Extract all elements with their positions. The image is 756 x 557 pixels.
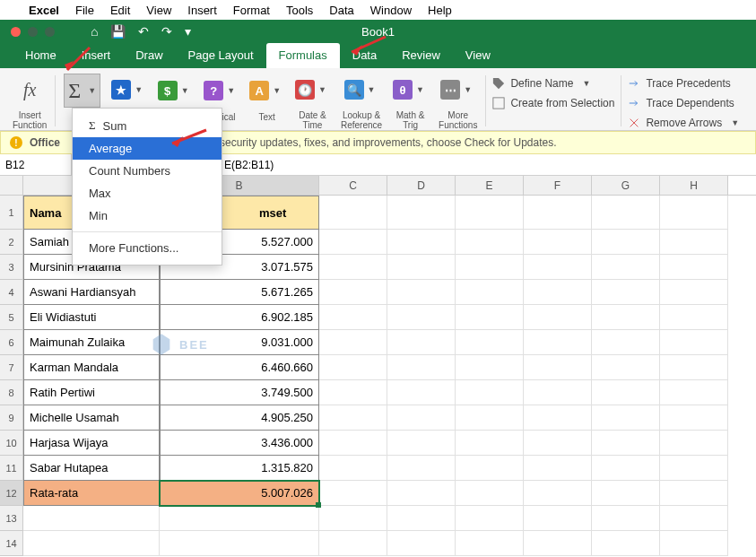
close-window-button[interactable] (11, 27, 21, 37)
notif-label: Office (30, 136, 60, 149)
cell-b4[interactable]: 5.671.265 (160, 280, 319, 305)
cell-a5[interactable]: Eli Widiastuti (23, 305, 160, 330)
col-header-f[interactable]: F (524, 176, 592, 195)
row-header-5[interactable]: 5 (0, 305, 23, 330)
cell-a8[interactable]: Ratih Pertiwi (23, 380, 160, 405)
tab-draw[interactable]: Draw (123, 43, 175, 68)
defined-names-group: Define Name ▼ Create from Selection (489, 72, 618, 130)
cell-b12[interactable]: 5.007.026 (160, 481, 319, 506)
menu-view[interactable]: View (146, 4, 171, 17)
trace-precedents-button[interactable]: Trace Precedents (624, 75, 746, 91)
lookup-button[interactable]: 🔍▼ Lookup & Reference (335, 72, 387, 130)
col-header-d[interactable]: D (387, 176, 456, 195)
cell-b6[interactable]: 9.031.000 (160, 330, 319, 355)
menu-tools[interactable]: Tools (286, 4, 313, 17)
formula-auditing-group: Trace Precedents Trace Dependents Remove… (624, 72, 746, 130)
cell-a11[interactable]: Sabar Hutapea (23, 456, 160, 481)
redo-icon[interactable]: ↷ (161, 24, 172, 39)
col-header-g[interactable]: G (592, 176, 660, 195)
menu-insert[interactable]: Insert (187, 4, 217, 17)
text-button[interactable]: A▼ Text (244, 72, 290, 130)
dropdown-average[interactable]: Average (73, 137, 222, 160)
dropdown-min[interactable]: Min (73, 205, 222, 227)
math-label: Math & Trig (396, 110, 425, 130)
cell-a6[interactable]: Maimunah Zulaika (23, 330, 160, 355)
minimize-window-button[interactable] (28, 27, 38, 37)
app-name[interactable]: Excel (29, 4, 59, 17)
mac-menubar: Excel File Edit View Insert Format Tools… (0, 0, 756, 20)
dropdown-max[interactable]: Max (73, 182, 222, 205)
cell-a10[interactable]: Harjasa Wijaya (23, 431, 160, 456)
menu-help[interactable]: Help (428, 4, 452, 17)
dropdown-count[interactable]: Count Numbers (73, 160, 222, 182)
tab-page-layout[interactable]: Page Layout (176, 43, 266, 68)
trace-dependents-button[interactable]: Trace Dependents (624, 95, 746, 111)
undo-icon[interactable]: ↶ (138, 24, 149, 39)
select-all-corner[interactable] (0, 176, 23, 195)
date-time-label: Date & Time (299, 110, 326, 130)
lookup-label: Lookup & Reference (341, 110, 382, 130)
save-icon[interactable]: 💾 (110, 24, 126, 39)
row-header-11[interactable]: 11 (0, 456, 23, 481)
col-header-c[interactable]: C (319, 176, 387, 195)
row-header-14[interactable]: 14 (0, 531, 23, 556)
row-header-13[interactable]: 13 (0, 506, 23, 531)
ribbon-tabs: Home Insert Draw Page Layout Formulas Da… (0, 43, 756, 68)
cell-b9[interactable]: 4.905.250 (160, 405, 319, 431)
row-header-3[interactable]: 3 (0, 255, 23, 280)
fill-handle[interactable] (316, 502, 321, 508)
col-header-h[interactable]: H (660, 176, 728, 195)
cell-b11[interactable]: 1.315.820 (160, 456, 319, 481)
row-header-12[interactable]: 12 (0, 481, 23, 506)
text-label: Text (258, 112, 274, 122)
cell-b7[interactable]: 6.460.660 (160, 355, 319, 380)
tab-review[interactable]: Review (389, 43, 453, 68)
home-icon[interactable]: ⌂ (91, 24, 98, 39)
sigma-icon: Σ (89, 118, 96, 133)
menu-data[interactable]: Data (329, 4, 353, 17)
tab-home[interactable]: Home (13, 43, 69, 68)
titlebar: ⌂ 💾 ↶ ↷ ▾ Book1 (0, 20, 756, 43)
menu-format[interactable]: Format (233, 4, 270, 17)
col-header-e[interactable]: E (456, 176, 524, 195)
autosum-dropdown: Σ Sum Average Count Numbers Max Min More… (72, 108, 222, 265)
math-button[interactable]: θ▼ Math & Trig (387, 72, 433, 130)
tab-formulas[interactable]: Formulas (266, 43, 340, 68)
zoom-window-button[interactable] (45, 27, 55, 37)
cell-a9[interactable]: Michelle Usamah (23, 405, 160, 431)
cell-b5[interactable]: 6.902.185 (160, 305, 319, 330)
row-header-9[interactable]: 9 (0, 405, 23, 431)
row-header-2[interactable]: 2 (0, 230, 23, 255)
define-name-button[interactable]: Define Name ▼ (489, 75, 618, 91)
dropdown-more-functions[interactable]: More Functions... (73, 237, 222, 259)
date-time-button[interactable]: 🕐▼ Date & Time (290, 72, 335, 130)
notif-text: security updates, fixes, and improvement… (220, 136, 557, 149)
row-header-7[interactable]: 7 (0, 355, 23, 380)
row-header-4[interactable]: 4 (0, 280, 23, 305)
name-box[interactable]: B12 (0, 154, 72, 175)
dropdown-sum[interactable]: Σ Sum (73, 114, 222, 137)
tab-insert[interactable]: Insert (69, 43, 124, 68)
insert-function-button[interactable]: fx Insert Function (7, 72, 52, 130)
qat-overflow-icon[interactable]: ▾ (185, 24, 191, 39)
trace-precedents-icon (628, 77, 640, 90)
row-header-1[interactable]: 1 (0, 196, 23, 230)
workbook-title: Book1 (361, 25, 395, 39)
cell-a12[interactable]: Rata-rata (23, 481, 160, 506)
cell-a4[interactable]: Aswani Hardiansyah (23, 280, 160, 305)
create-from-selection-button[interactable]: Create from Selection (489, 95, 618, 111)
menu-edit[interactable]: Edit (110, 4, 130, 17)
cell-b8[interactable]: 3.749.500 (160, 380, 319, 405)
menu-window[interactable]: Window (370, 4, 412, 17)
tab-view[interactable]: View (453, 43, 503, 68)
row-header-6[interactable]: 6 (0, 330, 23, 355)
tab-data[interactable]: Data (340, 43, 389, 68)
menu-file[interactable]: File (75, 4, 94, 17)
quick-access-toolbar: ⌂ 💾 ↶ ↷ ▾ (55, 24, 191, 39)
cell-b10[interactable]: 3.436.000 (160, 431, 319, 456)
cell-a7[interactable]: Karman Mandala (23, 355, 160, 380)
remove-arrows-button[interactable]: Remove Arrows ▼ (624, 115, 746, 131)
row-header-8[interactable]: 8 (0, 380, 23, 405)
row-header-10[interactable]: 10 (0, 431, 23, 456)
more-functions-button[interactable]: ⋯▼ More Functions (433, 72, 482, 130)
